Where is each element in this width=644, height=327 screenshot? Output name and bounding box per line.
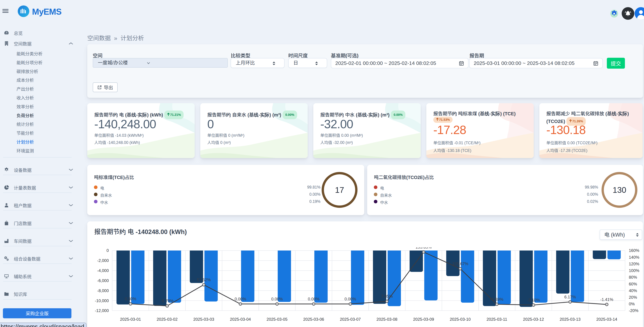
svg-text:2025-03-08: 2025-03-08	[376, 317, 398, 322]
svg-text:120%: 120%	[629, 262, 639, 266]
svg-text:-1.41%: -1.41%	[600, 297, 613, 302]
svg-text:0.30%: 0.30%	[124, 297, 136, 301]
svg-text:-8,000: -8,000	[97, 288, 109, 293]
svg-text:100%: 100%	[629, 268, 639, 273]
svg-text:-0.89%: -0.89%	[490, 297, 503, 302]
svg-text:2025-03-11: 2025-03-11	[486, 317, 507, 322]
svg-text:-10,000: -10,000	[95, 298, 109, 303]
svg-text:155.65%: 155.65%	[416, 247, 432, 249]
svg-text:130: 130	[613, 185, 626, 195]
svg-text:160%: 160%	[629, 248, 639, 253]
svg-text:2025-03-12: 2025-03-12	[523, 317, 544, 322]
svg-text:17: 17	[335, 185, 344, 195]
svg-text:0.00%: 0.00%	[271, 297, 283, 301]
svg-text:2025-03-10: 2025-03-10	[450, 317, 471, 322]
svg-text:-5.79%: -5.79%	[160, 299, 174, 303]
svg-text:0.00%: 0.00%	[344, 297, 356, 301]
svg-text:-12,000: -12,000	[95, 308, 109, 313]
svg-text:2025-03-13: 2025-03-13	[560, 317, 580, 322]
svg-text:57.52%: 57.52%	[197, 278, 211, 282]
svg-text:140%: 140%	[629, 255, 639, 260]
svg-text:2025-03-06: 2025-03-06	[303, 317, 324, 322]
svg-text:2025-03-09: 2025-03-09	[413, 317, 434, 322]
svg-text:40%: 40%	[629, 288, 637, 293]
svg-text:20%: 20%	[629, 295, 637, 300]
svg-text:2025-03-14: 2025-03-14	[596, 317, 617, 322]
svg-text:2025-03-04: 2025-03-04	[230, 317, 251, 322]
svg-text:0%: 0%	[629, 302, 635, 306]
svg-text:2025-03-02: 2025-03-02	[157, 317, 178, 322]
svg-text:2025-03-03: 2025-03-03	[193, 317, 214, 322]
svg-text:60%: 60%	[629, 282, 637, 286]
svg-text:7.85%: 7.85%	[381, 294, 393, 299]
svg-text:6.17%: 6.17%	[564, 295, 576, 299]
svg-text:-4,000: -4,000	[97, 268, 109, 273]
svg-text:-2,000: -2,000	[97, 258, 109, 263]
svg-text:2025-03-01: 2025-03-01	[120, 317, 141, 322]
svg-text:0.00%: 0.00%	[234, 297, 246, 301]
svg-text:2025-03-07: 2025-03-07	[340, 317, 361, 322]
svg-text:-20%: -20%	[629, 308, 638, 313]
svg-text:80%: 80%	[629, 275, 637, 280]
svg-text:105.67%: 105.67%	[452, 262, 468, 266]
svg-text:0.00%: 0.00%	[308, 297, 320, 301]
svg-text:-6,000: -6,000	[97, 278, 109, 283]
svg-text:2025-03-05: 2025-03-05	[266, 317, 288, 322]
svg-text:0: 0	[106, 248, 109, 253]
svg-text:-3.10%: -3.10%	[527, 298, 540, 302]
